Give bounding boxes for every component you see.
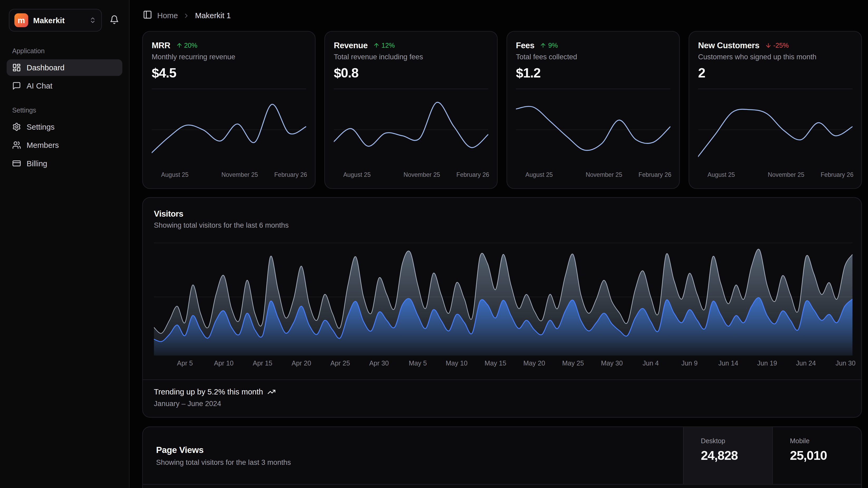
- breadcrumb-home[interactable]: Home: [157, 11, 178, 20]
- arrow-up-icon: [373, 42, 380, 49]
- bell-icon: [110, 15, 119, 26]
- breadcrumb: Home Makerkit 1: [143, 10, 862, 21]
- sidebar-item-label: Billing: [27, 159, 48, 168]
- sidebar-item-label: Settings: [27, 122, 55, 132]
- stat-value: $1.2: [516, 65, 670, 81]
- visitors-date-range: January – June 2024: [154, 399, 850, 408]
- breadcrumb-current: Makerkit 1: [195, 11, 231, 20]
- main-content: Home Makerkit 1 MRR 20% Monthly recurrin…: [130, 0, 868, 488]
- stat-value: 2: [698, 65, 852, 81]
- x-axis: August 25November 25February 26: [698, 171, 852, 179]
- stat-card-new-customers: New Customers -25% Customers who signed …: [689, 31, 862, 189]
- x-axis-tick: Apr 30: [369, 360, 389, 367]
- stats-row: MRR 20% Monthly recurring revenue $4.5 A…: [142, 31, 862, 189]
- x-axis-tick: August 25: [708, 171, 735, 178]
- sidebar-item-label: AI Chat: [27, 81, 53, 90]
- stat-card-fees: Fees 9% Total fees collected $1.2 August…: [506, 31, 680, 189]
- visitors-subtitle: Showing total visitors for the last 6 mo…: [154, 221, 850, 230]
- x-axis-tick: August 25: [161, 171, 189, 178]
- x-axis-tick: February 26: [456, 171, 489, 178]
- section-label-application: Application: [12, 47, 117, 55]
- stat-title: New Customers: [698, 40, 760, 50]
- x-axis-tick: Apr 10: [214, 360, 233, 367]
- dashboard-icon: [12, 63, 21, 72]
- x-axis-tick: Jun 30: [836, 360, 856, 367]
- team-selector[interactable]: m Makerkit: [9, 9, 102, 32]
- credit-card-icon: [12, 159, 21, 168]
- trend-badge: -25%: [765, 41, 789, 49]
- section-label-settings: Settings: [12, 107, 117, 114]
- x-axis-tick: May 10: [446, 360, 468, 367]
- trend-badge-label: 20%: [184, 41, 197, 49]
- x-axis-tick: February 26: [820, 171, 854, 178]
- trend-badge-label: 12%: [381, 41, 395, 49]
- sidebar-toggle-button[interactable]: [143, 10, 152, 21]
- arrow-down-icon: [765, 42, 772, 49]
- sidebar: m Makerkit Application Dashboard: [0, 0, 130, 488]
- sidebar-item-billing[interactable]: Billing: [7, 155, 122, 172]
- sparkline-chart: [516, 89, 670, 170]
- stat-title: MRR: [152, 40, 170, 50]
- sidebar-item-ai-chat[interactable]: AI Chat: [7, 78, 122, 94]
- sidebar-item-label: Members: [27, 141, 59, 150]
- x-axis-tick: Jun 9: [681, 360, 698, 367]
- x-axis-tick: Apr 20: [291, 360, 311, 367]
- sparkline-chart: [698, 89, 852, 170]
- sidebar-item-dashboard[interactable]: Dashboard: [7, 59, 122, 76]
- x-axis-tick: Apr 25: [331, 360, 350, 367]
- visitors-footer: Trending up by 5.2% this month January –…: [143, 379, 861, 417]
- x-axis: August 25November 25February 26: [334, 171, 488, 179]
- toggle-value: 24,828: [701, 448, 772, 463]
- stat-subtitle: Customers who signed up this month: [698, 53, 852, 61]
- trend-badge: 20%: [176, 41, 197, 49]
- app-window: m Makerkit Application Dashboard: [0, 0, 868, 488]
- visitors-area-svg: [154, 238, 852, 356]
- sidebar-item-members[interactable]: Members: [7, 137, 122, 153]
- x-axis-tick: Jun 24: [796, 360, 816, 367]
- x-axis-tick: May 30: [601, 360, 623, 367]
- sparkline-chart: [334, 89, 488, 170]
- page-views-toggle-desktop[interactable]: Desktop 24,828: [683, 427, 772, 484]
- x-axis-tick: May 20: [523, 360, 545, 367]
- team-name: Makerkit: [33, 16, 84, 25]
- page-views-toggle-mobile[interactable]: Mobile 25,010: [772, 427, 861, 484]
- x-axis-tick: November 25: [586, 171, 622, 178]
- chevrons-up-down-icon: [89, 17, 96, 24]
- arrow-up-icon: [540, 42, 547, 49]
- sparkline-chart: [152, 89, 306, 170]
- visitors-title: Visitors: [154, 209, 850, 218]
- visitors-card: Visitors Showing total visitors for the …: [142, 197, 862, 418]
- sparkline-svg: [698, 92, 852, 170]
- sidebar-item-label: Dashboard: [27, 63, 64, 72]
- trend-badge-label: -25%: [773, 41, 789, 49]
- stat-card-mrr: MRR 20% Monthly recurring revenue $4.5 A…: [142, 31, 315, 189]
- trend-badge: 12%: [373, 41, 395, 49]
- notifications-bell-button[interactable]: [108, 14, 120, 27]
- x-axis-tick: November 25: [403, 171, 440, 178]
- x-axis-tick: Jun 14: [718, 360, 738, 367]
- stat-title: Fees: [516, 40, 534, 50]
- x-axis-tick: Jun 4: [643, 360, 659, 367]
- x-axis-tick: November 25: [221, 171, 258, 178]
- x-axis-tick: August 25: [343, 171, 371, 178]
- sidebar-item-settings[interactable]: Settings: [7, 119, 122, 135]
- x-axis: August 25November 25February 26: [152, 171, 306, 179]
- x-axis-tick: Apr 5: [177, 360, 193, 367]
- stat-value: $0.8: [334, 65, 488, 81]
- logo-letter: m: [18, 16, 25, 25]
- gear-icon: [12, 122, 21, 132]
- stat-card-revenue: Revenue 12% Total revenue including fees…: [324, 31, 498, 189]
- x-axis-tick: May 15: [485, 360, 506, 367]
- toggle-value: 25,010: [790, 448, 861, 463]
- toggle-label: Mobile: [790, 437, 861, 445]
- stat-subtitle: Monthly recurring revenue: [152, 53, 306, 61]
- x-axis-tick: August 25: [525, 171, 553, 178]
- sparkline-svg: [152, 92, 306, 170]
- sparkline-svg: [516, 92, 670, 170]
- arrow-up-icon: [176, 42, 183, 49]
- stat-title: Revenue: [334, 40, 368, 50]
- x-axis-tick: Jun 19: [757, 360, 777, 367]
- panel-left-icon: [143, 10, 152, 21]
- stat-value: $4.5: [152, 65, 306, 81]
- chat-icon: [12, 81, 21, 90]
